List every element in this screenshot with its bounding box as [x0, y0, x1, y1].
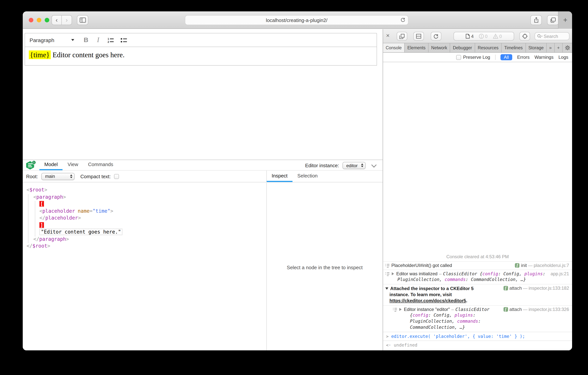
log-meta: app.js:21	[551, 271, 569, 276]
filter-warnings-button[interactable]: Warnings	[534, 55, 554, 60]
tab-view[interactable]: View	[63, 160, 83, 170]
heading-dropdown[interactable]: Paragraph	[30, 37, 74, 43]
console-prompt[interactable]: >	[383, 349, 572, 350]
console-row[interactable]: PlaceholderUI#init() got called f init —…	[383, 261, 572, 270]
tabs-overflow-button[interactable]: »	[547, 43, 555, 52]
search-input[interactable]: Search	[535, 32, 569, 40]
input-chevron-icon: >	[386, 334, 388, 339]
object-preview[interactable]: Editor instance "editor"–ClassicEditor	[399, 307, 501, 312]
detach-devtools-button[interactable]	[397, 32, 407, 41]
function-badge-icon: f	[503, 286, 508, 290]
sidebar-button[interactable]	[77, 15, 88, 25]
settings-button[interactable]	[563, 43, 572, 52]
devtools-toolbar: ×	[383, 29, 572, 43]
forward-icon: ›	[66, 17, 68, 23]
tree-selection-close-marker: ]	[23, 222, 266, 229]
tab-elements[interactable]: Elements	[405, 43, 429, 52]
editor-content[interactable]: {time} Editor content goes here.	[25, 47, 377, 66]
console-log: Console cleared at 4:53:46 PM Placeholde…	[383, 63, 572, 350]
bulleted-list-button[interactable]	[119, 35, 129, 45]
indent-guide	[28, 194, 28, 243]
close-window-button[interactable]	[29, 18, 33, 22]
editor-instance-select[interactable]: editor	[343, 162, 366, 169]
tab-network[interactable]: Network	[429, 43, 450, 52]
forward-button[interactable]: ›	[62, 15, 72, 25]
issues-summary-button[interactable]: 4 0	[453, 32, 514, 41]
inspector-body: <$root> <paragraph> [ <placeholdername="…	[23, 183, 383, 350]
source-link[interactable]: app.js:21	[551, 271, 569, 276]
tree-node-paragraph-close[interactable]: </paragraph>	[23, 236, 266, 243]
compact-text-checkbox[interactable]	[114, 174, 119, 179]
safari-window: ‹ › localhost/creating-a-plugin2/	[23, 11, 572, 350]
console-row[interactable]: Editor was initialized–ClassicEditor {co…	[383, 270, 572, 284]
ckeditor: Paragraph B I 1 2	[25, 33, 377, 66]
error-octagon-icon	[479, 34, 484, 39]
tab-console[interactable]: Console	[383, 43, 405, 52]
root-select[interactable]: main	[41, 173, 75, 180]
numbered-list-button[interactable]: 1 2	[106, 35, 116, 45]
console-filter-bar: Preserve Log All Errors Warnings Logs	[383, 53, 572, 62]
log-source-icon	[385, 272, 389, 276]
address-bar[interactable]: localhost/creating-a-plugin2/	[185, 15, 409, 25]
console-row[interactable]: Attached the inspector to a CKEditor 5 i…	[383, 284, 572, 305]
tab-resources[interactable]: Resources	[475, 43, 502, 52]
console-row-child[interactable]: Editor instance "editor"–ClassicEditor {…	[383, 305, 572, 332]
back-button[interactable]: ‹	[52, 15, 62, 25]
zoom-window-button[interactable]	[45, 18, 49, 22]
tab-commands[interactable]: Commands	[83, 160, 118, 170]
docs-link[interactable]: https://ckeditor.com/docs/ckeditor5	[389, 298, 466, 303]
reload-button[interactable]	[400, 17, 405, 23]
dock-side-button[interactable]	[413, 32, 424, 41]
source-link[interactable]: placeholderui.js:7	[534, 263, 569, 268]
tree-node-placeholder-open[interactable]: <placeholdername="time">	[23, 208, 266, 215]
tab-inspect[interactable]: Inspect	[267, 170, 293, 182]
filter-logs-button[interactable]: Logs	[558, 55, 568, 60]
inspector-instance-controls: Editor instance: editor	[305, 162, 378, 170]
object-preview[interactable]: Editor was initialized–ClassicEditor {co…	[391, 271, 548, 276]
italic-button[interactable]: I	[93, 35, 103, 45]
close-devtools-button[interactable]: ×	[386, 32, 390, 39]
preserve-log-control[interactable]: Preserve Log	[456, 55, 490, 60]
model-tree[interactable]: <$root> <paragraph> [ <placeholdername="…	[23, 183, 266, 350]
console-command-row[interactable]: > editor.execute( 'placeholder', { value…	[383, 332, 572, 341]
numbered-list-icon: 1 2	[108, 37, 115, 43]
tree-node-placeholder-close[interactable]: </placeholder>	[23, 215, 266, 222]
chevron-down-icon	[71, 39, 74, 41]
log-meta: f attach — inspector.js:133:326	[503, 307, 569, 312]
bold-button[interactable]: B	[81, 35, 91, 45]
disclosure-triangle-icon[interactable]	[399, 308, 402, 311]
bold-icon: B	[84, 36, 88, 44]
indent-guide	[35, 201, 35, 237]
source-link[interactable]: inspector.js:133:182	[529, 286, 569, 291]
minimize-window-button[interactable]	[37, 18, 41, 22]
disclosure-triangle-icon[interactable]	[392, 272, 394, 275]
show-tabs-button[interactable]	[547, 15, 559, 25]
tree-node-root-close[interactable]: </$root>	[23, 243, 266, 250]
new-tab-button[interactable]: +	[558, 11, 572, 29]
tab-model[interactable]: Model	[39, 160, 63, 170]
tab-timelines[interactable]: Timelines	[502, 43, 526, 52]
add-tab-button[interactable]: +	[555, 43, 563, 52]
collapse-inspector-icon[interactable]	[371, 162, 377, 167]
disclosure-triangle-expanded-icon[interactable]	[385, 287, 388, 290]
preserve-log-checkbox[interactable]	[456, 55, 461, 60]
desktop: ‹ › localhost/creating-a-plugin2/	[0, 0, 588, 375]
tab-storage[interactable]: Storage	[526, 43, 547, 52]
share-button[interactable]	[530, 15, 542, 25]
tab-debugger[interactable]: Debugger	[450, 43, 475, 52]
tree-node-paragraph-open[interactable]: <paragraph>	[23, 194, 266, 201]
filter-all-button[interactable]: All	[500, 54, 512, 60]
tree-node-root-open[interactable]: <$root>	[23, 187, 266, 194]
ckeditor-toolbar: Paragraph B I 1 2	[25, 33, 377, 47]
filter-errors-button[interactable]: Errors	[517, 55, 529, 60]
tree-text-node[interactable]: "Editor content goes here."	[23, 229, 266, 236]
select-arrows-icon	[70, 174, 72, 178]
element-picker-button[interactable]	[519, 32, 530, 41]
placeholder-widget[interactable]: {time}	[29, 50, 51, 59]
reload-page-button[interactable]	[431, 32, 441, 41]
tab-selection[interactable]: Selection	[293, 170, 323, 182]
function-badge-icon: f	[503, 307, 508, 312]
editor-instance-label: Editor instance:	[305, 163, 339, 168]
source-link[interactable]: inspector.js:133:326	[529, 307, 569, 312]
console-result-row[interactable]: <· undefined	[383, 341, 572, 349]
